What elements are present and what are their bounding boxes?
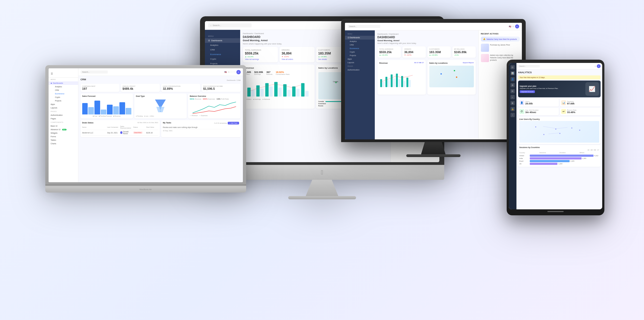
tablet-dashboard: ⊡ 📊 👤 ⚙ ✉ ⌕ ⊞ 🔒 ↑ <box>509 63 602 209</box>
mb-sidebar-pages[interactable]: Pages <box>49 117 78 120</box>
col-status: Status <box>133 126 145 128</box>
svg-rect-0 <box>247 88 250 97</box>
imac-sidebar-dashboards[interactable]: ⊡ Dashboards <box>205 38 240 43</box>
tab-sidebar-chart[interactable]: 📊 <box>510 71 515 75</box>
mb-add-task-btn[interactable]: + Add Task <box>228 122 239 124</box>
mon-earnings-value: $559.25k <box>379 50 399 54</box>
imac-revenue-stats: 7,585 Orders $22.89k Earnings <box>245 71 312 75</box>
mb-sidebar-widgets[interactable]: Widgets <box>49 131 78 135</box>
imac-sidebar-crm[interactable]: CRM <box>205 47 240 52</box>
mb-sidebar-authentication[interactable]: Authentication <box>49 113 78 117</box>
mb-sidebar-apps[interactable]: Apps <box>49 103 78 106</box>
imac-sidebar-crypto[interactable]: Crypto <box>205 57 240 61</box>
mb-sidebar-tables[interactable]: Tables <box>49 138 78 142</box>
tab-main: Search... ⊞ A ANALYTICS Your free trial … <box>516 63 602 209</box>
mb-balance-title: Balance Overview <box>190 95 239 97</box>
mon-avatar[interactable]: N <box>515 24 519 28</box>
tab-upgrade-desc: Upgrade your plan from a Free trial, to … <box>520 88 585 89</box>
tab-sidebar-settings[interactable]: ⚙ <box>510 83 515 87</box>
tab-upgrade-btn[interactable]: Upgrade Account <box>520 90 535 93</box>
tab-sidebar-search[interactable]: ⌕ <box>510 95 515 99</box>
filter-1y[interactable]: 1Y <box>597 149 599 151</box>
mon-sidebar-ecommerce[interactable]: Ecommerce <box>345 47 375 50</box>
scene: ⌕ Search... 🇺🇸 ⊞ ⛶ A MENU <box>24 11 621 309</box>
mb-sidebar-analytics[interactable]: Analytics <box>53 85 78 88</box>
mon-sidebar-layouts[interactable]: Layouts <box>345 61 375 64</box>
mon-map-card: Sales by Locations Export Report <box>427 60 476 95</box>
mb-avatar[interactable]: A <box>236 70 241 74</box>
mon-filter-btns[interactable]: All 1Y 6M 1Y <box>414 62 424 64</box>
mon-export-link[interactable]: Export Report <box>463 62 474 64</box>
svg-line-31 <box>548 133 559 134</box>
mb-sidebar-forms[interactable]: Forms <box>49 135 78 138</box>
mb-deals-header: Deals Status 02 Nov 2021 to 31 Dec 2021 <box>82 122 158 124</box>
new-badge: New <box>62 129 66 130</box>
svg-rect-19 <box>385 77 387 87</box>
imac-map-title: Sales by Locations <box>318 67 338 69</box>
tab-sidebar-share[interactable]: ↑ <box>510 113 515 117</box>
mon-sidebar-apps[interactable]: Apps <box>345 57 375 61</box>
mon-sidebar-pages-label: PAGES <box>345 64 375 68</box>
mb-search[interactable]: Search... <box>81 71 108 73</box>
deal-name-1: Absternet LLC <box>82 132 106 134</box>
tab-sidebar-home[interactable]: ⊡ <box>510 65 515 69</box>
imac-sidebar-ecommerce[interactable]: Ecommerce <box>205 52 240 57</box>
mb-sidebar-ecommerce[interactable]: Ecommerce <box>53 92 78 95</box>
tab-map-section: Live Users By Country <box>518 117 601 144</box>
imac-search[interactable]: ⌕ Search... <box>208 23 252 27</box>
tab-sidebar-layers[interactable]: ⊞ <box>510 101 515 105</box>
mb-sidebar-crm[interactable]: CRM <box>53 88 78 92</box>
tab-sessions-icon: 📊 <box>561 100 566 105</box>
mon-stat-orders: ORDERS 36,894 ▼ -3.97% <box>402 46 426 58</box>
mb-sidebar-topbar: ☰ <box>49 70 78 78</box>
mon-sidebar-crm[interactable]: CRM <box>345 43 375 47</box>
tab-sidebar-mail[interactable]: ✉ <box>510 89 515 93</box>
mb-task-text-1: Review and make sure nothing slips throu… <box>163 126 198 128</box>
imac-rev-refunds-label: Refunds <box>267 73 272 75</box>
mb-sidebar-baseui[interactable]: Base UI <box>49 124 78 128</box>
mon-sidebar-crypto[interactable]: Crypto <box>345 50 375 54</box>
mb-sidebar-dashboards[interactable]: Dashboards <box>49 81 78 85</box>
monitor-bezel: Search... 🇺🇸 ⊞ N MENU ⊡ Dashboards <box>341 19 526 142</box>
imac-earnings-link[interactable]: View net earnings <box>245 58 276 60</box>
mb-funnel-svg <box>150 98 171 114</box>
tab-search[interactable]: Search... <box>518 65 540 68</box>
mon-balance-label: MY BALANCE <box>454 48 474 50</box>
label-canada: Canada <box>333 81 338 82</box>
imac-orders-link[interactable]: View all orders <box>282 58 312 60</box>
tab-avatar[interactable]: A <box>597 64 601 68</box>
svg-rect-22 <box>393 78 395 87</box>
mon-search[interactable]: Search... <box>348 25 380 28</box>
mon-sidebar-dashboards[interactable]: ⊡ Dashboards <box>345 36 375 40</box>
tab-bar-row-2: India 1,301 <box>519 157 599 159</box>
legend-bal-exp: — Expenses <box>199 115 208 116</box>
mb-balance-revenue: $584k Revenue <box>190 98 201 100</box>
imac-sidebar-analytics[interactable]: Analytics <box>205 43 240 47</box>
filter-6m[interactable]: 6M <box>594 149 596 151</box>
mb-bal-pro-val: 3.6% <box>217 98 220 100</box>
mb-bar-6 <box>113 106 119 114</box>
mb-sidebar-charts[interactable]: Charts <box>49 142 78 145</box>
mb-sidebar-layouts[interactable]: Layouts <box>49 106 78 110</box>
tab-sidebar-lock[interactable]: 🔒 <box>510 107 515 111</box>
mb-sidebar-projects[interactable]: Projects <box>53 99 78 103</box>
mon-content: Dashboards / Dashboard DASHBOARD Good Mo… <box>375 30 478 139</box>
mb-sidebar-crypto[interactable]: Crypto <box>53 95 78 99</box>
mon-sidebar-analytics[interactable]: Analytics <box>345 40 375 43</box>
legend-greenland: Greenland <box>318 103 326 104</box>
filter-1m[interactable]: 1M <box>590 149 592 151</box>
tab-duration-info: Avg. Visit Duration 3m 40sec <box>525 109 539 114</box>
imac-sidebar-menu-label: MENU <box>205 34 240 38</box>
mon-sidebar-auth[interactable]: Authentication <box>345 68 375 72</box>
search-icon: ⌕ <box>210 24 212 27</box>
svg-rect-24 <box>398 79 400 87</box>
mon-greeting: Good Morning, Anno! <box>377 39 476 42</box>
tab-sessions-info: Sessions 97.66k <box>567 101 575 105</box>
tab-sidebar-users[interactable]: 👤 <box>510 77 515 81</box>
mb-sidebar-advanceui[interactable]: Advance UI New <box>49 128 78 131</box>
hamburger-icon[interactable]: ☰ <box>51 72 53 75</box>
mon-sidebar-projects[interactable]: Projects <box>345 54 375 57</box>
filter-all[interactable]: All <box>588 149 589 151</box>
mb-bar-4 <box>101 110 106 114</box>
tab-users-icon: 👤 <box>519 100 524 105</box>
